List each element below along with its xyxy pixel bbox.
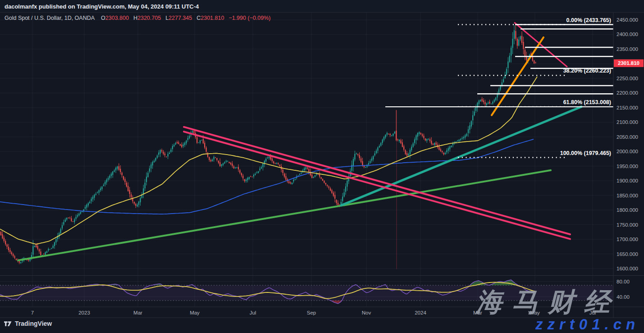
- price-tick-label: 1700.000: [617, 237, 638, 242]
- fib-level-label: 100.00% (1979.465): [560, 150, 611, 156]
- rsi-tick-label: 80.00: [617, 279, 630, 284]
- ohlc-item: L2277.345: [165, 15, 192, 21]
- price-tick-label: 1900.000: [617, 178, 638, 183]
- last-price-label: 2301.810: [618, 60, 639, 66]
- price-tick-label: 2250.000: [617, 76, 638, 81]
- price-tick-label: 2200.000: [617, 90, 638, 96]
- time-tick-label: 7: [31, 310, 34, 315]
- fib-level-label: 0.00% (2433.765): [566, 17, 611, 23]
- watermark-cjk: 海马财经: [476, 285, 620, 320]
- ohlc-item: O2303.800: [101, 15, 129, 21]
- time-tick-label: May: [190, 310, 200, 315]
- price-tick-label: 1600.000: [617, 266, 638, 271]
- support-trendline-green: [18, 170, 551, 260]
- price-tick-label: 1650.000: [617, 251, 638, 257]
- tradingview-published-chart: 0.00% (2433.765)38.20% (2260.223)61.80% …: [0, 0, 644, 333]
- ohlc-item: H2320.705: [133, 15, 161, 21]
- fib-level-label: 38.20% (2260.223): [563, 68, 611, 74]
- price-tick-label: 2000.000: [617, 149, 638, 154]
- price-tick-label: 2050.000: [617, 134, 638, 140]
- publish-banner-text: dacolmanfx published on TradingView.com,…: [5, 3, 199, 10]
- price-tick-label: 2100.000: [617, 119, 638, 125]
- time-tick-label: 2024: [415, 310, 426, 315]
- moving-averages-layer: [0, 77, 537, 244]
- ohlc-item: C2301.810: [196, 15, 224, 21]
- symbol-title: Gold Spot / U.S. Dollar, 1D, OANDA: [5, 15, 95, 21]
- price-tick-label: 2400.000: [617, 32, 638, 37]
- time-tick-label: Mar: [133, 310, 142, 315]
- resistance-levels-layer: [385, 24, 613, 106]
- price-tick-label: 2450.000: [617, 17, 638, 23]
- price-tick-label: 2150.000: [617, 105, 638, 110]
- watermark-site: zzrt01.cn: [535, 316, 639, 333]
- uptrend-line-teal: [341, 107, 581, 205]
- candlestick-layer: [0, 25, 536, 265]
- chart-canvas[interactable]: 0.00% (2433.765)38.20% (2260.223)61.80% …: [0, 0, 644, 333]
- fib-retracement-layer: 0.00% (2433.765)38.20% (2260.223)61.80% …: [458, 17, 611, 158]
- price-tick-label: 1750.000: [617, 222, 638, 228]
- price-tick-label: 1850.000: [617, 193, 638, 198]
- time-tick-label: 2023: [78, 310, 90, 315]
- ohlc-values: O2303.800H2320.705L2277.345C2301.810: [101, 15, 228, 21]
- publish-banner: dacolmanfx published on TradingView.com,…: [0, 0, 644, 13]
- price-tick-label: 1950.000: [617, 164, 638, 169]
- tradingview-logo[interactable]: TradingView: [4, 319, 52, 327]
- fib-level-label: 61.80% (2153.008): [563, 99, 611, 105]
- change-value: −1.990 (−0.09%): [228, 15, 270, 21]
- tradingview-icon: [4, 319, 12, 327]
- time-tick-label: Sep: [307, 310, 316, 315]
- tradingview-wordmark: TradingView: [15, 320, 52, 327]
- time-tick-label: Nov: [362, 310, 371, 315]
- time-tick-label: Jul: [250, 310, 256, 315]
- price-tick-label: 1800.000: [617, 207, 638, 213]
- last-price-badge: 2301.810: [614, 59, 644, 67]
- symbol-legend: Gold Spot / U.S. Dollar, 1D, OANDAO2303.…: [5, 15, 271, 21]
- price-tick-label: 2350.000: [617, 46, 638, 52]
